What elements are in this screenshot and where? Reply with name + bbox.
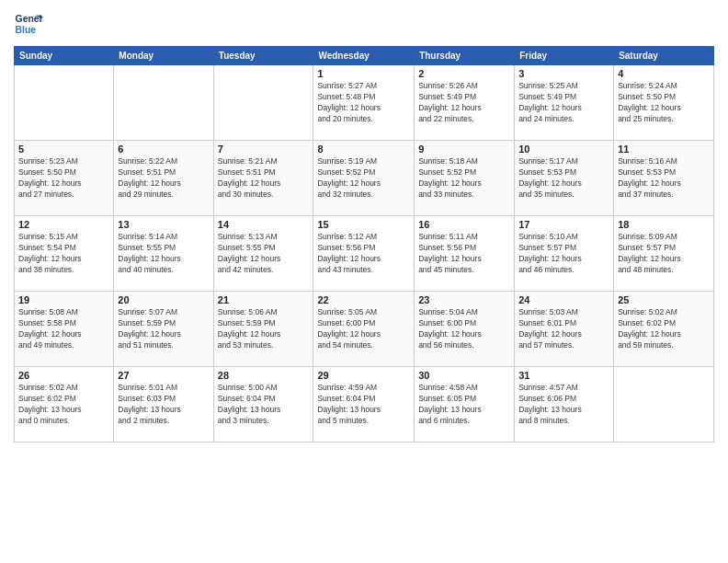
- weekday-header-row: SundayMondayTuesdayWednesdayThursdayFrid…: [15, 47, 714, 65]
- day-number: 30: [418, 370, 510, 381]
- day-number: 28: [218, 370, 310, 381]
- day-info: Sunrise: 5:17 AM Sunset: 5:53 PM Dayligh…: [518, 156, 609, 201]
- day-number: 24: [518, 294, 609, 305]
- day-info: Sunrise: 5:23 AM Sunset: 5:50 PM Dayligh…: [18, 156, 109, 201]
- weekday-header-thursday: Thursday: [415, 47, 515, 65]
- week-row-2: 5Sunrise: 5:23 AM Sunset: 5:50 PM Daylig…: [15, 141, 714, 216]
- day-info: Sunrise: 5:13 AM Sunset: 5:55 PM Dayligh…: [218, 232, 310, 276]
- calendar-cell: 12Sunrise: 5:15 AM Sunset: 5:54 PM Dayli…: [15, 216, 114, 292]
- day-number: 14: [218, 219, 310, 230]
- calendar-cell: 9Sunrise: 5:18 AM Sunset: 5:52 PM Daylig…: [415, 141, 515, 216]
- day-number: 21: [218, 294, 310, 305]
- day-info: Sunrise: 5:11 AM Sunset: 5:56 PM Dayligh…: [418, 232, 510, 276]
- calendar-cell: 28Sunrise: 5:00 AM Sunset: 6:04 PM Dayli…: [213, 367, 313, 442]
- calendar-cell: 25Sunrise: 5:02 AM Sunset: 6:02 PM Dayli…: [614, 292, 714, 367]
- day-number: 11: [618, 144, 710, 155]
- calendar-cell: 23Sunrise: 5:04 AM Sunset: 6:00 PM Dayli…: [415, 292, 515, 367]
- day-info: Sunrise: 5:08 AM Sunset: 5:58 PM Dayligh…: [18, 307, 109, 351]
- calendar-cell: 7Sunrise: 5:21 AM Sunset: 5:51 PM Daylig…: [213, 141, 313, 216]
- svg-text:Blue: Blue: [16, 25, 37, 35]
- day-number: 29: [317, 370, 410, 381]
- day-number: 19: [18, 294, 109, 305]
- day-number: 5: [18, 144, 109, 155]
- day-info: Sunrise: 5:04 AM Sunset: 6:00 PM Dayligh…: [418, 307, 510, 351]
- day-number: 18: [618, 219, 710, 230]
- calendar-cell: 3Sunrise: 5:25 AM Sunset: 5:49 PM Daylig…: [515, 65, 614, 141]
- day-info: Sunrise: 4:57 AM Sunset: 6:06 PM Dayligh…: [518, 383, 609, 427]
- calendar-cell: 15Sunrise: 5:12 AM Sunset: 5:56 PM Dayli…: [313, 216, 415, 292]
- day-info: Sunrise: 5:07 AM Sunset: 5:59 PM Dayligh…: [118, 307, 209, 351]
- weekday-header-friday: Friday: [515, 47, 614, 65]
- weekday-header-wednesday: Wednesday: [313, 47, 415, 65]
- day-number: 22: [317, 294, 410, 305]
- day-info: Sunrise: 4:59 AM Sunset: 6:04 PM Dayligh…: [317, 383, 410, 427]
- header: General Blue: [14, 9, 714, 39]
- calendar-cell: 13Sunrise: 5:14 AM Sunset: 5:55 PM Dayli…: [114, 216, 213, 292]
- calendar-cell: 2Sunrise: 5:26 AM Sunset: 5:49 PM Daylig…: [415, 65, 515, 141]
- calendar-cell: 1Sunrise: 5:27 AM Sunset: 5:48 PM Daylig…: [313, 65, 415, 141]
- calendar-cell: [213, 65, 313, 141]
- calendar-cell: 31Sunrise: 4:57 AM Sunset: 6:06 PM Dayli…: [515, 367, 614, 442]
- day-number: 4: [618, 68, 710, 79]
- weekday-header-tuesday: Tuesday: [213, 47, 313, 65]
- logo: General Blue: [14, 9, 43, 39]
- day-number: 31: [518, 370, 609, 381]
- day-number: 9: [418, 144, 510, 155]
- calendar-cell: 30Sunrise: 4:58 AM Sunset: 6:05 PM Dayli…: [415, 367, 515, 442]
- day-number: 1: [317, 68, 410, 79]
- calendar-cell: 22Sunrise: 5:05 AM Sunset: 6:00 PM Dayli…: [313, 292, 415, 367]
- calendar-cell: 19Sunrise: 5:08 AM Sunset: 5:58 PM Dayli…: [15, 292, 114, 367]
- calendar-cell: 8Sunrise: 5:19 AM Sunset: 5:52 PM Daylig…: [313, 141, 415, 216]
- day-info: Sunrise: 5:02 AM Sunset: 6:02 PM Dayligh…: [618, 307, 710, 351]
- calendar-cell: [114, 65, 213, 141]
- weekday-header-saturday: Saturday: [614, 47, 714, 65]
- day-number: 27: [118, 370, 209, 381]
- day-number: 26: [18, 370, 109, 381]
- calendar-cell: 27Sunrise: 5:01 AM Sunset: 6:03 PM Dayli…: [114, 367, 213, 442]
- calendar-cell: 16Sunrise: 5:11 AM Sunset: 5:56 PM Dayli…: [415, 216, 515, 292]
- day-info: Sunrise: 5:03 AM Sunset: 6:01 PM Dayligh…: [518, 307, 609, 351]
- day-number: 16: [418, 219, 510, 230]
- day-info: Sunrise: 5:00 AM Sunset: 6:04 PM Dayligh…: [218, 383, 310, 427]
- day-info: Sunrise: 5:15 AM Sunset: 5:54 PM Dayligh…: [18, 232, 109, 276]
- day-number: 2: [418, 68, 510, 79]
- day-info: Sunrise: 5:27 AM Sunset: 5:48 PM Dayligh…: [317, 81, 410, 125]
- day-info: Sunrise: 5:09 AM Sunset: 5:57 PM Dayligh…: [618, 232, 710, 276]
- day-number: 25: [618, 294, 710, 305]
- calendar-cell: 24Sunrise: 5:03 AM Sunset: 6:01 PM Dayli…: [515, 292, 614, 367]
- week-row-3: 12Sunrise: 5:15 AM Sunset: 5:54 PM Dayli…: [15, 216, 714, 292]
- day-info: Sunrise: 5:01 AM Sunset: 6:03 PM Dayligh…: [118, 383, 209, 427]
- calendar-cell: 29Sunrise: 4:59 AM Sunset: 6:04 PM Dayli…: [313, 367, 415, 442]
- calendar-cell: 4Sunrise: 5:24 AM Sunset: 5:50 PM Daylig…: [614, 65, 714, 141]
- day-info: Sunrise: 5:05 AM Sunset: 6:00 PM Dayligh…: [317, 307, 410, 351]
- week-row-5: 26Sunrise: 5:02 AM Sunset: 6:02 PM Dayli…: [15, 367, 714, 442]
- day-info: Sunrise: 4:58 AM Sunset: 6:05 PM Dayligh…: [418, 383, 510, 427]
- day-info: Sunrise: 5:22 AM Sunset: 5:51 PM Dayligh…: [118, 156, 209, 201]
- calendar-cell: 20Sunrise: 5:07 AM Sunset: 5:59 PM Dayli…: [114, 292, 213, 367]
- day-number: 23: [418, 294, 510, 305]
- day-info: Sunrise: 5:12 AM Sunset: 5:56 PM Dayligh…: [317, 232, 410, 276]
- day-number: 10: [518, 144, 609, 155]
- day-info: Sunrise: 5:25 AM Sunset: 5:49 PM Dayligh…: [518, 81, 609, 125]
- day-number: 17: [518, 219, 609, 230]
- day-number: 6: [118, 144, 209, 155]
- calendar-cell: 18Sunrise: 5:09 AM Sunset: 5:57 PM Dayli…: [614, 216, 714, 292]
- day-info: Sunrise: 5:06 AM Sunset: 5:59 PM Dayligh…: [218, 307, 310, 351]
- calendar-cell: 14Sunrise: 5:13 AM Sunset: 5:55 PM Dayli…: [213, 216, 313, 292]
- calendar-page: General Blue SundayMondayTuesdayWednesda…: [0, 0, 728, 563]
- calendar-cell: 26Sunrise: 5:02 AM Sunset: 6:02 PM Dayli…: [15, 367, 114, 442]
- calendar-cell: 5Sunrise: 5:23 AM Sunset: 5:50 PM Daylig…: [15, 141, 114, 216]
- calendar-table: SundayMondayTuesdayWednesdayThursdayFrid…: [14, 46, 714, 442]
- day-info: Sunrise: 5:21 AM Sunset: 5:51 PM Dayligh…: [218, 156, 310, 201]
- day-info: Sunrise: 5:24 AM Sunset: 5:50 PM Dayligh…: [618, 81, 710, 125]
- day-info: Sunrise: 5:19 AM Sunset: 5:52 PM Dayligh…: [317, 156, 410, 201]
- day-number: 3: [518, 68, 609, 79]
- day-info: Sunrise: 5:16 AM Sunset: 5:53 PM Dayligh…: [618, 156, 710, 201]
- day-number: 12: [18, 219, 109, 230]
- weekday-header-sunday: Sunday: [15, 47, 114, 65]
- day-number: 15: [317, 219, 410, 230]
- day-info: Sunrise: 5:18 AM Sunset: 5:52 PM Dayligh…: [418, 156, 510, 201]
- calendar-cell: 17Sunrise: 5:10 AM Sunset: 5:57 PM Dayli…: [515, 216, 614, 292]
- day-number: 13: [118, 219, 209, 230]
- week-row-1: 1Sunrise: 5:27 AM Sunset: 5:48 PM Daylig…: [15, 65, 714, 141]
